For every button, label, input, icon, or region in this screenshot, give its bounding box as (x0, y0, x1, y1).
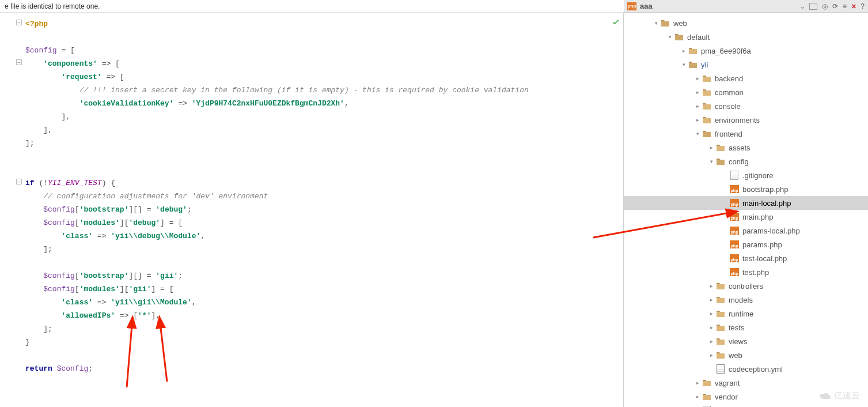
tree-folder[interactable]: ▸tests (624, 321, 868, 334)
tree-label: controllers (729, 282, 763, 291)
fold-marker[interactable]: − (16, 179, 22, 184)
tree-file[interactable]: phpparams.php (624, 238, 868, 251)
tree-label: frontend (715, 130, 742, 138)
tree-label: vendor (715, 393, 738, 401)
tree-label: test-local.php (742, 254, 787, 263)
expand-icon[interactable] (722, 241, 729, 248)
tree-file[interactable]: phpbootstrap.php (624, 182, 868, 196)
tree-label: models (729, 296, 753, 304)
expand-icon[interactable]: ▸ (694, 89, 701, 96)
tree-label: backend (715, 74, 743, 83)
expand-icon[interactable]: ▸ (708, 310, 715, 317)
tree-file[interactable]: phpmain-local.php (624, 196, 868, 210)
tree-folder[interactable]: ▸web (624, 348, 868, 362)
expand-icon[interactable]: ▸ (694, 379, 701, 386)
tree-label: web (729, 351, 742, 360)
tree-folder[interactable]: ▸runtime (624, 307, 868, 321)
expand-icon[interactable]: ▸ (708, 296, 715, 303)
collapse-icon[interactable]: ≡ (843, 2, 847, 10)
tree-label: test.php (742, 268, 769, 277)
tree-file[interactable]: codeception.yml (624, 362, 868, 376)
expand-icon[interactable]: ▸ (694, 75, 701, 82)
expand-icon[interactable]: ▸ (694, 393, 701, 400)
tree-folder[interactable]: ▸console (624, 99, 868, 113)
tree-file[interactable]: phpmain.php (624, 210, 868, 224)
tree-label: params.php (742, 240, 782, 249)
project-header: php aaa ⌄ ◎ ⟳ ≡ × ? (624, 0, 868, 13)
expand-icon[interactable]: ▾ (653, 20, 659, 27)
expand-icon[interactable]: ▸ (708, 352, 715, 359)
tree-folder[interactable]: ▸backend (624, 71, 868, 85)
tree-file[interactable]: .gitignore (624, 168, 868, 182)
tree-folder[interactable]: ▸environments (624, 113, 868, 127)
tree-folder[interactable]: ▾default (624, 30, 868, 44)
project-pane: php aaa ⌄ ◎ ⟳ ≡ × ? ▾web▾default▸pma_6ee… (624, 13, 868, 407)
expand-icon[interactable]: ▸ (680, 47, 687, 54)
tree-folder[interactable]: ▸pma_6ee90f6a (624, 44, 868, 58)
tree-folder[interactable]: ▸controllers (624, 279, 868, 293)
tree-folder[interactable]: ▾config (624, 154, 868, 168)
project-tree[interactable]: ▾web▾default▸pma_6ee90f6a▾yii▸backend▸co… (624, 13, 868, 407)
tree-label: params-local.php (742, 227, 800, 235)
expand-icon[interactable]: ▸ (708, 144, 715, 151)
expand-icon[interactable]: ▾ (680, 61, 687, 68)
tree-label: pma_6ee90f6a (701, 47, 751, 55)
expand-icon[interactable] (722, 172, 729, 179)
expand-icon[interactable]: ▸ (694, 116, 701, 123)
tree-label: environments (715, 116, 760, 125)
tree-file[interactable]: phpparams-local.php (624, 224, 868, 238)
tree-label: main.php (742, 213, 773, 221)
expand-icon[interactable] (722, 255, 729, 262)
locate-icon[interactable]: ◎ (822, 2, 828, 10)
open-file-name: aaa (640, 2, 796, 10)
expand-icon[interactable]: ▾ (666, 33, 673, 40)
tree-label: config (729, 157, 749, 166)
fold-marker[interactable]: − (16, 20, 22, 25)
tree-label: assets (729, 144, 751, 152)
tree-file[interactable]: phptest.php (624, 265, 868, 279)
tree-folder[interactable]: ▸common (624, 85, 868, 99)
expand-icon[interactable]: ▸ (708, 282, 715, 289)
expand-icon[interactable] (722, 199, 729, 206)
php-file-icon: php (627, 2, 636, 10)
expand-icon[interactable]: ▸ (694, 103, 701, 110)
tree-folder[interactable]: ▸models (624, 293, 868, 307)
tree-label: bootstrap.php (742, 185, 789, 194)
close-icon[interactable]: × (851, 2, 856, 11)
tree-label: views (729, 337, 748, 346)
fold-marker[interactable]: − (16, 59, 22, 65)
expand-icon[interactable] (722, 269, 729, 276)
tree-label: web (673, 19, 687, 28)
tree-label: main-local.php (742, 199, 791, 208)
validation-ok-icon (612, 18, 620, 27)
status-text: e file is identical to remote one. (5, 2, 100, 10)
expand-icon[interactable] (708, 365, 715, 372)
more-button[interactable] (809, 3, 817, 10)
tree-folder[interactable]: ▸assets (624, 141, 868, 154)
expand-icon[interactable]: ▾ (708, 158, 715, 165)
code-area[interactable]: <?php $config = [ 'components' => [ 'req… (23, 13, 623, 407)
tree-label: vagrant (715, 379, 740, 387)
tree-folder[interactable]: ▾yii (624, 58, 868, 71)
tree-label: codeception.yml (729, 365, 783, 374)
tree-label: .gitignore (742, 171, 773, 180)
expand-icon[interactable]: ▾ (694, 130, 701, 137)
tree-label: runtime (729, 310, 753, 318)
expand-icon[interactable] (722, 213, 729, 220)
help-icon[interactable]: ? (861, 2, 865, 10)
editor-pane: − − − <?php $config = [ 'components' => … (0, 13, 624, 407)
tree-file[interactable]: phptest-local.php (624, 251, 868, 265)
tree-label: common (715, 88, 744, 97)
refresh-icon[interactable]: ⟳ (832, 2, 838, 10)
expand-icon[interactable] (722, 186, 729, 193)
tree-file[interactable]: .bowerrc (624, 404, 868, 407)
dropdown-icon[interactable]: ⌄ (799, 2, 806, 10)
gutter: − − − (0, 13, 23, 407)
tree-folder[interactable]: ▾frontend (624, 127, 868, 141)
tree-folder[interactable]: ▸vagrant (624, 376, 868, 390)
tree-folder[interactable]: ▸views (624, 334, 868, 348)
expand-icon[interactable]: ▸ (708, 338, 715, 345)
expand-icon[interactable] (722, 227, 729, 234)
expand-icon[interactable]: ▸ (708, 324, 715, 331)
tree-folder[interactable]: ▾web (624, 16, 868, 30)
